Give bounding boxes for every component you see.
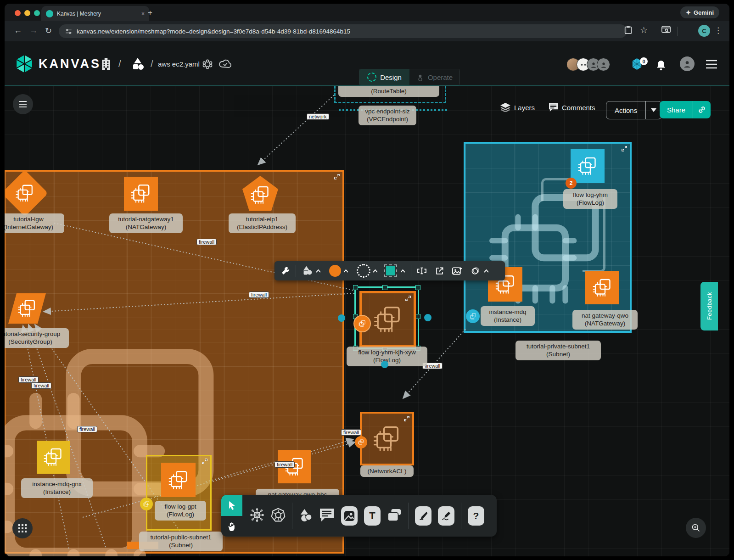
canvas-menu-button[interactable]: [13, 94, 33, 114]
node-label-security-group[interactable]: tutorial-security-group(SecurityGroup): [5, 328, 69, 348]
components-tool[interactable]: [250, 508, 264, 524]
node-instance-mdq-gnx[interactable]: [37, 441, 70, 474]
group-style-tool[interactable]: [467, 263, 493, 279]
forward-icon[interactable]: →: [29, 26, 38, 35]
feedback-tab[interactable]: Feedback: [700, 282, 718, 330]
connection-dot[interactable]: [338, 314, 345, 322]
rename-tool[interactable]: [413, 263, 431, 279]
connection-dot[interactable]: [424, 314, 431, 321]
text-tool[interactable]: T: [364, 506, 381, 526]
border-style-tool[interactable]: [353, 263, 381, 279]
open-in-new-tool[interactable]: [431, 263, 448, 279]
breadcrumb-separator: /: [151, 59, 153, 69]
tab-close-icon[interactable]: ×: [141, 11, 145, 17]
url-field[interactable]: kanvas.new/extension/meshmap?mode=design…: [59, 24, 627, 38]
organization-icon[interactable]: [100, 58, 112, 71]
kubernetes-tool[interactable]: [271, 508, 286, 524]
apps-grid-button[interactable]: [12, 518, 33, 538]
shapes-tool[interactable]: [298, 263, 325, 279]
collapse-icon[interactable]: [202, 458, 208, 465]
shape-color-tool[interactable]: [382, 263, 409, 279]
tab-operate[interactable]: Operate: [409, 69, 459, 85]
chip-icon: [469, 313, 477, 320]
workspace-shapes-icon[interactable]: [130, 57, 145, 71]
actions-button[interactable]: Actions: [606, 101, 662, 119]
node-label-instance-mdq[interactable]: instance-mdq(Instance): [481, 306, 535, 326]
edge-label: firewall: [196, 239, 217, 245]
design-file-name[interactable]: aws ec2.yaml: [158, 60, 200, 68]
shapes-tool[interactable]: [299, 508, 313, 524]
node-flow-log-gpt[interactable]: [161, 463, 196, 497]
node-label-instance-mdq-gnx[interactable]: instance-mdq-gnx(Instance): [21, 478, 93, 498]
node-natgateway1[interactable]: [124, 177, 158, 211]
node-label-flow-log-yhm[interactable]: flow log-yhm(FlowLog): [563, 189, 617, 209]
app-menu-icon[interactable]: [706, 60, 717, 69]
tab-design[interactable]: Design: [359, 69, 409, 85]
collapse-icon[interactable]: [403, 415, 410, 422]
configure-tool[interactable]: [277, 263, 294, 279]
fill-color-tool[interactable]: [325, 263, 352, 279]
add-image-tool[interactable]: [448, 263, 466, 279]
reload-icon[interactable]: ↻: [45, 26, 52, 36]
node-label-eip1[interactable]: tutorial-eip1(ElasticIPAddress): [229, 213, 296, 233]
node-natgateway-qwo[interactable]: [585, 271, 619, 304]
acl-badge[interactable]: [355, 436, 367, 448]
back-icon[interactable]: ←: [14, 26, 22, 35]
comment-tool[interactable]: [319, 508, 335, 524]
collaborator-avatar[interactable]: [597, 58, 610, 71]
node-label-routetable[interactable]: (RouteTable): [338, 85, 439, 97]
chrome-profile-avatar[interactable]: C: [698, 25, 710, 37]
node-label-network-acl[interactable]: (NetworkACL): [360, 465, 414, 477]
subnet-badge[interactable]: [466, 309, 480, 323]
share-button[interactable]: Share: [660, 101, 711, 118]
design-canvas[interactable]: (RouteTable) vpc endpoint-slz(VPCEndpoin…: [5, 85, 729, 556]
select-tool[interactable]: [221, 495, 242, 516]
site-info-icon[interactable]: [65, 28, 72, 35]
flowlog-selected-badge[interactable]: [353, 315, 371, 332]
close-window-button[interactable]: [15, 10, 21, 16]
node-label-natgateway-qwo[interactable]: nat gateway-qwo(NATGateway): [572, 310, 638, 330]
browser-window: Kanvas | Meshery × + ✦ Gemini ← → ↻ kanv…: [5, 4, 729, 556]
cloud-sync-icon[interactable]: [219, 58, 232, 69]
node-label-flow-log-gpt[interactable]: flow log-gpt(FlowLog): [155, 501, 206, 521]
brand[interactable]: KANVAS: [15, 54, 101, 73]
zoom-window-button[interactable]: [34, 10, 40, 16]
help-tool[interactable]: ?: [468, 506, 484, 526]
freehand-tool[interactable]: [438, 506, 454, 526]
connection-dot[interactable]: [381, 361, 388, 368]
layers-button[interactable]: Layers: [500, 103, 535, 112]
pan-tool[interactable]: [221, 516, 242, 537]
collapse-icon[interactable]: [405, 295, 411, 302]
image-tool[interactable]: [341, 506, 358, 526]
share-link-icon[interactable]: [693, 101, 711, 118]
pen-tool[interactable]: [415, 506, 431, 526]
browser-menu-icon[interactable]: ⋮: [714, 26, 722, 35]
node-context-toolbar: [275, 261, 505, 280]
save-icon[interactable]: [624, 26, 632, 34]
bell-icon[interactable]: [656, 60, 666, 71]
node-label-igw[interactable]: tutorial-igw(InternetGateway): [5, 213, 64, 233]
new-tab-button[interactable]: +: [148, 8, 152, 17]
comments-button[interactable]: Comments: [549, 103, 595, 112]
collapse-icon[interactable]: [334, 174, 340, 180]
node-flow-log-yhm[interactable]: [571, 149, 605, 183]
node-network-acl[interactable]: [360, 412, 414, 465]
bookmark-star-icon[interactable]: ☆: [640, 25, 648, 35]
gemini-button[interactable]: ✦ Gemini: [680, 6, 719, 18]
node-label-natgateway1[interactable]: tutorial-natgateway1(NATGateway): [109, 213, 183, 233]
node-label-public-subnet[interactable]: tutorial-public-subnet1(Subnet): [139, 532, 223, 551]
note-tool[interactable]: [387, 508, 402, 524]
tab-search-icon[interactable]: [661, 26, 671, 34]
node-label-vpcendpoint[interactable]: vpc endpoint-slz(VPCEndpoint): [359, 106, 416, 125]
snowflake-icon[interactable]: [202, 59, 213, 70]
minimize-window-button[interactable]: [24, 10, 30, 16]
node-label-private-subnet[interactable]: tutorial-private-subnet1(Subnet): [515, 341, 601, 360]
meshery-notifications[interactable]: 0: [631, 58, 648, 70]
collapse-icon[interactable]: [621, 146, 628, 152]
user-avatar[interactable]: [680, 56, 695, 71]
browser-tab[interactable]: Kanvas | Meshery ×: [41, 6, 149, 21]
actions-dropdown-arrow[interactable]: [645, 101, 661, 119]
chip-watermark-icon: [5, 319, 253, 556]
flowlog-badge[interactable]: [140, 498, 153, 510]
zoom-search-button[interactable]: [686, 518, 706, 538]
